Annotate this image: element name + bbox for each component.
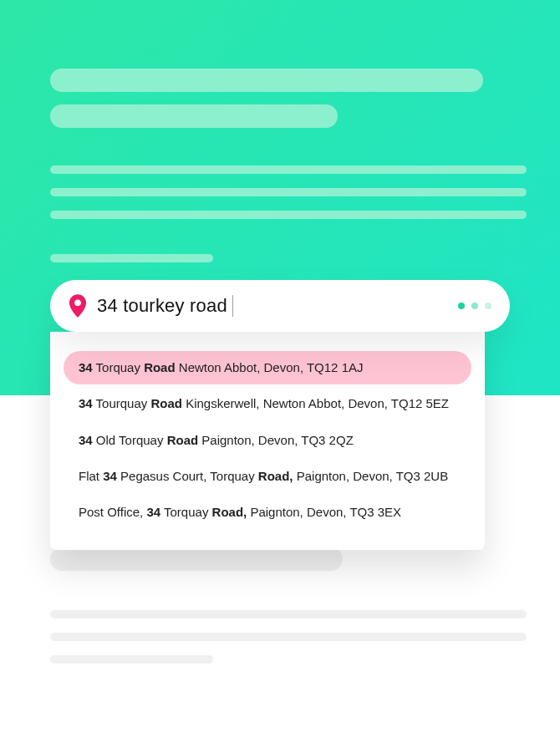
skeleton-body-line-2 (50, 188, 527, 196)
skeleton-body-line-1 (50, 165, 527, 174)
skeleton-body-line-3 (50, 211, 527, 219)
address-search-field[interactable]: 34 tourkey road (50, 280, 510, 332)
search-query-text: 34 tourkey road (97, 295, 227, 317)
skeleton-lower-line-3 (50, 655, 213, 664)
address-suggestion-item[interactable]: Post Office, 34 Torquay Road, Paignton, … (64, 496, 471, 529)
skeleton-lower-line-1 (50, 610, 527, 618)
address-suggestions-dropdown: 34 Torquay Road Newton Abbot, Devon, TQ1… (50, 332, 485, 550)
skeleton-body-line-4 (50, 254, 213, 262)
svg-point-0 (74, 299, 81, 306)
loading-dot-1 (458, 303, 465, 309)
address-suggestion-item[interactable]: 34 Torquay Road Newton Abbot, Devon, TQ1… (64, 351, 471, 384)
skeleton-title-line-2 (50, 104, 338, 128)
address-suggestion-item[interactable]: 34 Tourquay Road Kingskerwell, Newton Ab… (64, 387, 471, 420)
address-suggestion-item[interactable]: Flat 34 Pegasus Court, Torquay Road, Pai… (64, 460, 471, 493)
map-pin-icon (69, 294, 87, 318)
loading-indicator (458, 303, 491, 309)
text-caret (232, 295, 233, 317)
loading-dot-2 (471, 303, 478, 309)
skeleton-lower-title (50, 547, 343, 571)
skeleton-lower-line-2 (50, 633, 527, 641)
address-suggestion-item[interactable]: 34 Old Torquay Road Paignton, Devon, TQ3… (64, 424, 471, 457)
skeleton-title-line-1 (50, 69, 483, 92)
loading-dot-3 (485, 303, 491, 309)
